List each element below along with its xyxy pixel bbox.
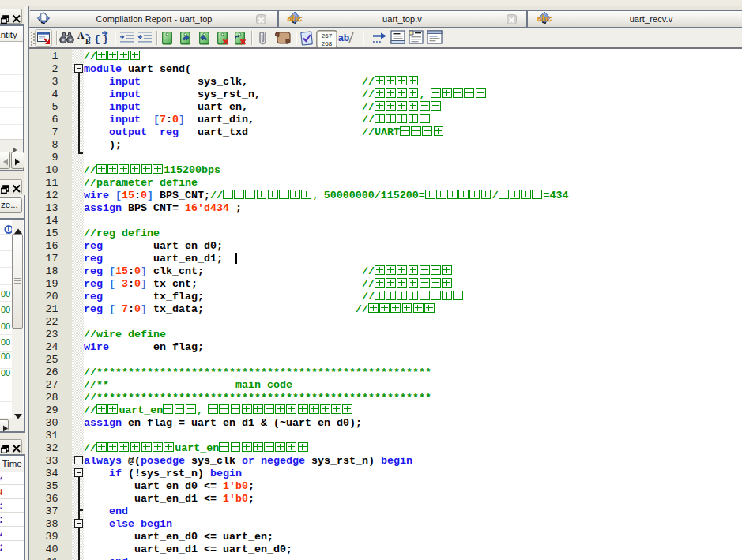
svg-text:{ }: { } xyxy=(94,33,108,45)
svg-text:268: 268 xyxy=(322,40,333,47)
svg-text:ab: ab xyxy=(338,32,349,43)
svg-text:A: A xyxy=(77,30,85,41)
svg-text:abc: abc xyxy=(287,13,302,23)
svg-text:267: 267 xyxy=(322,32,333,39)
svg-text:abc: abc xyxy=(537,13,552,23)
